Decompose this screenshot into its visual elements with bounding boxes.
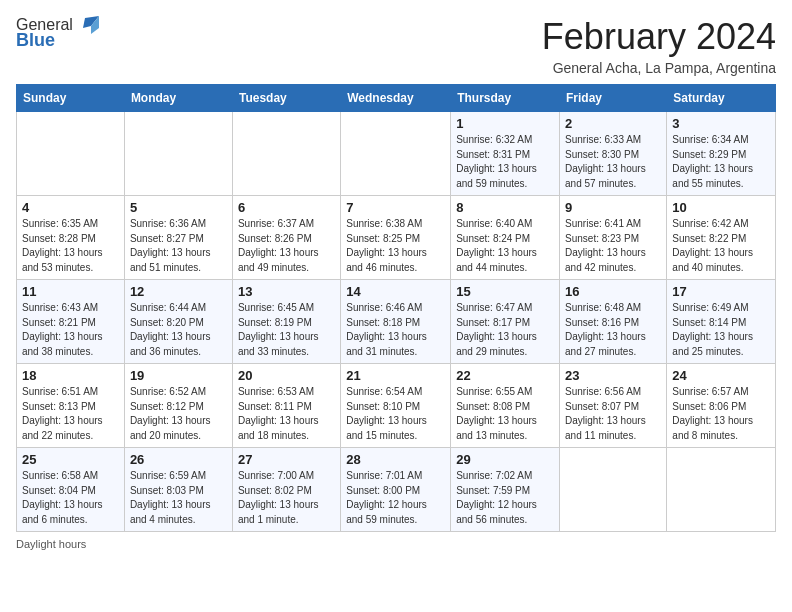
day-number: 9 [565,200,661,215]
day-number: 16 [565,284,661,299]
day-cell: 2Sunrise: 6:33 AM Sunset: 8:30 PM Daylig… [560,112,667,196]
day-cell: 13Sunrise: 6:45 AM Sunset: 8:19 PM Dayli… [232,280,340,364]
col-header-saturday: Saturday [667,85,776,112]
day-number: 8 [456,200,554,215]
day-number: 29 [456,452,554,467]
day-info: Sunrise: 6:47 AM Sunset: 8:17 PM Dayligh… [456,301,554,359]
day-info: Sunrise: 6:58 AM Sunset: 8:04 PM Dayligh… [22,469,119,527]
day-cell: 19Sunrise: 6:52 AM Sunset: 8:12 PM Dayli… [124,364,232,448]
day-info: Sunrise: 6:57 AM Sunset: 8:06 PM Dayligh… [672,385,770,443]
day-number: 28 [346,452,445,467]
day-info: Sunrise: 6:32 AM Sunset: 8:31 PM Dayligh… [456,133,554,191]
day-number: 12 [130,284,227,299]
day-cell: 27Sunrise: 7:00 AM Sunset: 8:02 PM Dayli… [232,448,340,532]
day-number: 14 [346,284,445,299]
day-info: Sunrise: 6:33 AM Sunset: 8:30 PM Dayligh… [565,133,661,191]
week-row-5: 25Sunrise: 6:58 AM Sunset: 8:04 PM Dayli… [17,448,776,532]
day-number: 19 [130,368,227,383]
header-row: SundayMondayTuesdayWednesdayThursdayFrid… [17,85,776,112]
day-number: 11 [22,284,119,299]
col-header-thursday: Thursday [451,85,560,112]
day-cell: 24Sunrise: 6:57 AM Sunset: 8:06 PM Dayli… [667,364,776,448]
day-info: Sunrise: 6:56 AM Sunset: 8:07 PM Dayligh… [565,385,661,443]
day-number: 10 [672,200,770,215]
day-number: 15 [456,284,554,299]
day-cell: 22Sunrise: 6:55 AM Sunset: 8:08 PM Dayli… [451,364,560,448]
day-info: Sunrise: 7:02 AM Sunset: 7:59 PM Dayligh… [456,469,554,527]
day-cell [124,112,232,196]
day-cell: 26Sunrise: 6:59 AM Sunset: 8:03 PM Dayli… [124,448,232,532]
day-number: 1 [456,116,554,131]
day-cell: 11Sunrise: 6:43 AM Sunset: 8:21 PM Dayli… [17,280,125,364]
day-cell: 17Sunrise: 6:49 AM Sunset: 8:14 PM Dayli… [667,280,776,364]
logo: General Blue [16,16,99,51]
day-info: Sunrise: 6:59 AM Sunset: 8:03 PM Dayligh… [130,469,227,527]
day-number: 13 [238,284,335,299]
col-header-wednesday: Wednesday [341,85,451,112]
day-cell: 4Sunrise: 6:35 AM Sunset: 8:28 PM Daylig… [17,196,125,280]
day-info: Sunrise: 6:34 AM Sunset: 8:29 PM Dayligh… [672,133,770,191]
col-header-sunday: Sunday [17,85,125,112]
day-info: Sunrise: 7:01 AM Sunset: 8:00 PM Dayligh… [346,469,445,527]
week-row-2: 4Sunrise: 6:35 AM Sunset: 8:28 PM Daylig… [17,196,776,280]
day-number: 2 [565,116,661,131]
day-info: Sunrise: 6:36 AM Sunset: 8:27 PM Dayligh… [130,217,227,275]
day-info: Sunrise: 6:45 AM Sunset: 8:19 PM Dayligh… [238,301,335,359]
day-cell: 21Sunrise: 6:54 AM Sunset: 8:10 PM Dayli… [341,364,451,448]
day-cell: 20Sunrise: 6:53 AM Sunset: 8:11 PM Dayli… [232,364,340,448]
day-number: 23 [565,368,661,383]
day-cell: 16Sunrise: 6:48 AM Sunset: 8:16 PM Dayli… [560,280,667,364]
day-cell: 15Sunrise: 6:47 AM Sunset: 8:17 PM Dayli… [451,280,560,364]
week-row-3: 11Sunrise: 6:43 AM Sunset: 8:21 PM Dayli… [17,280,776,364]
day-cell [341,112,451,196]
day-info: Sunrise: 7:00 AM Sunset: 8:02 PM Dayligh… [238,469,335,527]
day-number: 24 [672,368,770,383]
logo-blue: Blue [16,30,55,51]
day-number: 17 [672,284,770,299]
daylight-label: Daylight hours [16,538,86,550]
day-number: 20 [238,368,335,383]
day-info: Sunrise: 6:46 AM Sunset: 8:18 PM Dayligh… [346,301,445,359]
day-cell: 23Sunrise: 6:56 AM Sunset: 8:07 PM Dayli… [560,364,667,448]
header: General Blue February 2024 General Acha,… [16,16,776,76]
day-info: Sunrise: 6:43 AM Sunset: 8:21 PM Dayligh… [22,301,119,359]
day-number: 5 [130,200,227,215]
day-number: 6 [238,200,335,215]
day-cell [560,448,667,532]
day-info: Sunrise: 6:44 AM Sunset: 8:20 PM Dayligh… [130,301,227,359]
week-row-4: 18Sunrise: 6:51 AM Sunset: 8:13 PM Dayli… [17,364,776,448]
day-cell: 7Sunrise: 6:38 AM Sunset: 8:25 PM Daylig… [341,196,451,280]
col-header-monday: Monday [124,85,232,112]
day-cell: 9Sunrise: 6:41 AM Sunset: 8:23 PM Daylig… [560,196,667,280]
day-info: Sunrise: 6:41 AM Sunset: 8:23 PM Dayligh… [565,217,661,275]
day-info: Sunrise: 6:42 AM Sunset: 8:22 PM Dayligh… [672,217,770,275]
day-cell [232,112,340,196]
day-number: 26 [130,452,227,467]
logo-bird-icon [77,16,99,34]
day-info: Sunrise: 6:54 AM Sunset: 8:10 PM Dayligh… [346,385,445,443]
day-info: Sunrise: 6:38 AM Sunset: 8:25 PM Dayligh… [346,217,445,275]
footer-note: Daylight hours [16,538,776,550]
title-area: February 2024 General Acha, La Pampa, Ar… [542,16,776,76]
day-cell: 12Sunrise: 6:44 AM Sunset: 8:20 PM Dayli… [124,280,232,364]
day-info: Sunrise: 6:53 AM Sunset: 8:11 PM Dayligh… [238,385,335,443]
calendar-table: SundayMondayTuesdayWednesdayThursdayFrid… [16,84,776,532]
day-number: 25 [22,452,119,467]
col-header-friday: Friday [560,85,667,112]
day-info: Sunrise: 6:49 AM Sunset: 8:14 PM Dayligh… [672,301,770,359]
day-cell: 18Sunrise: 6:51 AM Sunset: 8:13 PM Dayli… [17,364,125,448]
day-cell: 6Sunrise: 6:37 AM Sunset: 8:26 PM Daylig… [232,196,340,280]
day-cell: 25Sunrise: 6:58 AM Sunset: 8:04 PM Dayli… [17,448,125,532]
day-info: Sunrise: 6:52 AM Sunset: 8:12 PM Dayligh… [130,385,227,443]
day-number: 4 [22,200,119,215]
day-cell [667,448,776,532]
day-cell: 3Sunrise: 6:34 AM Sunset: 8:29 PM Daylig… [667,112,776,196]
week-row-1: 1Sunrise: 6:32 AM Sunset: 8:31 PM Daylig… [17,112,776,196]
day-number: 22 [456,368,554,383]
day-number: 21 [346,368,445,383]
day-info: Sunrise: 6:51 AM Sunset: 8:13 PM Dayligh… [22,385,119,443]
day-info: Sunrise: 6:40 AM Sunset: 8:24 PM Dayligh… [456,217,554,275]
day-cell [17,112,125,196]
day-cell: 5Sunrise: 6:36 AM Sunset: 8:27 PM Daylig… [124,196,232,280]
day-number: 18 [22,368,119,383]
